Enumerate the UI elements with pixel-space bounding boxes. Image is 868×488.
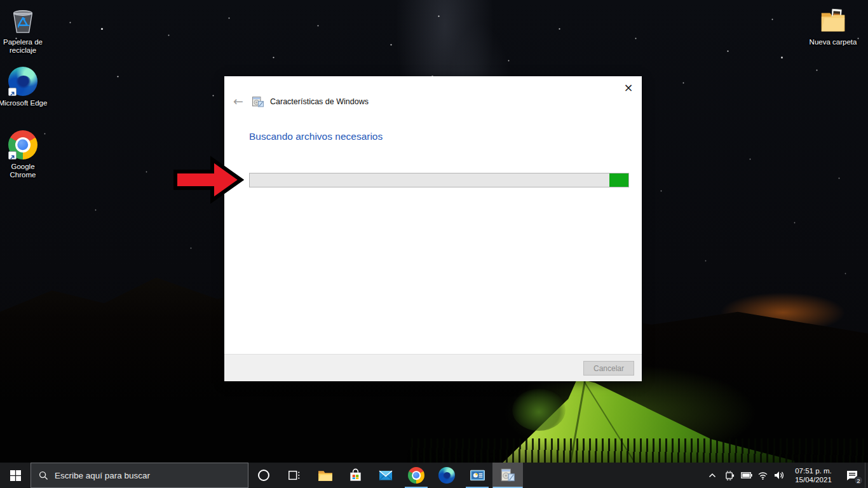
shortcut-arrow-icon — [8, 88, 17, 96]
back-arrow-icon[interactable]: ← — [231, 95, 246, 107]
progress-bar — [249, 173, 629, 187]
dialog-footer: Cancelar — [224, 354, 642, 381]
mail-icon — [378, 468, 393, 483]
taskbar-app-system-properties[interactable] — [462, 463, 492, 488]
cortana-button[interactable] — [248, 463, 279, 488]
battery-icon — [741, 472, 752, 478]
close-icon[interactable]: × — [620, 79, 637, 95]
taskbar-clock[interactable]: 07:51 p. m. 15/04/2021 — [787, 463, 839, 488]
search-input[interactable] — [55, 471, 214, 480]
taskbar-app-microsoft-edge[interactable] — [431, 463, 462, 488]
clock-date: 15/04/2021 — [795, 475, 832, 484]
google-chrome-icon — [408, 467, 424, 484]
volume-icon — [773, 471, 785, 480]
wallpaper-stars — [0, 0, 1, 1]
cortana-icon — [258, 470, 269, 481]
wallpaper-bush — [512, 389, 566, 431]
desktop-icon-google-chrome[interactable]: Google Chrome — [0, 130, 50, 179]
task-view-icon — [288, 469, 301, 482]
desktop-icon-recycle-bin[interactable]: Papelera de reciclaje — [0, 5, 50, 55]
tray-wifi-button[interactable] — [755, 463, 770, 488]
tray-connect-button[interactable] — [721, 463, 738, 488]
desktop-icon-label: Microsoft Edge — [0, 99, 48, 107]
desktop-icon-label: Nueva carpeta — [808, 38, 858, 46]
tray-volume-button[interactable] — [770, 463, 787, 488]
windows-features-icon — [252, 96, 264, 107]
dialog-header: ← Características de Windows — [231, 95, 369, 107]
start-button[interactable] — [0, 463, 31, 488]
windows-logo-icon — [10, 470, 21, 481]
clock-time: 07:51 p. m. — [795, 466, 832, 475]
wifi-icon — [757, 471, 768, 480]
taskbar-search[interactable] — [31, 463, 248, 488]
wizard-heading: Buscando archivos necesarios — [249, 131, 383, 142]
tray-show-hidden-button[interactable] — [704, 463, 721, 488]
recycle-bin-icon — [8, 5, 38, 36]
search-icon — [39, 471, 48, 480]
file-explorer-icon — [317, 468, 333, 484]
taskbar-app-google-chrome[interactable] — [401, 463, 431, 488]
microsoft-store-icon — [348, 468, 363, 483]
chevron-up-icon — [709, 473, 716, 478]
taskbar-app-file-explorer[interactable] — [309, 463, 340, 488]
google-chrome-icon — [8, 130, 38, 160]
tray-battery-button[interactable] — [738, 463, 755, 488]
task-view-button[interactable] — [279, 463, 309, 488]
windows-features-icon — [499, 467, 516, 484]
windows-features-dialog: × ← Características de Windows Buscando … — [224, 76, 642, 381]
notification-badge: 2 — [854, 476, 863, 485]
system-properties-icon — [470, 468, 485, 484]
desktop-icon-new-folder[interactable]: Nueva carpeta — [806, 5, 860, 46]
microsoft-edge-icon — [8, 66, 38, 97]
dialog-title: Características de Windows — [270, 97, 369, 106]
taskbar-app-windows-features[interactable] — [492, 463, 523, 488]
desktop-icon-label: Papelera de reciclaje — [0, 38, 48, 55]
taskbar-app-microsoft-store[interactable] — [340, 463, 370, 488]
desktop-icon-label: Google Chrome — [0, 163, 48, 179]
desktop-icon-microsoft-edge[interactable]: Microsoft Edge — [0, 66, 50, 107]
shortcut-arrow-icon — [8, 151, 17, 159]
folder-icon — [818, 5, 848, 36]
cancel-button[interactable]: Cancelar — [583, 361, 634, 376]
action-center-button[interactable]: 2 — [839, 463, 865, 488]
system-tray: 07:51 p. m. 15/04/2021 2 — [704, 463, 868, 488]
microsoft-edge-icon — [438, 467, 455, 484]
progress-marquee — [609, 173, 628, 187]
taskbar: 07:51 p. m. 15/04/2021 2 — [0, 463, 868, 488]
show-desktop-button[interactable] — [865, 463, 868, 488]
annotation-arrow — [172, 155, 244, 205]
taskbar-app-mail[interactable] — [370, 463, 401, 488]
connect-device-icon — [724, 471, 735, 480]
